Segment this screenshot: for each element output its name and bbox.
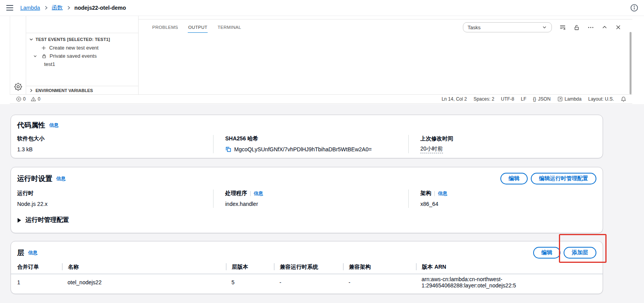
edit-runtime-button[interactable]: 编辑 — [500, 173, 528, 184]
status-bar-left: 0 0 — [16, 96, 40, 102]
environment-variables-section-header[interactable]: ENVIRONMENT VARIABLES — [26, 86, 138, 94]
runtime-label: 运行时 — [17, 190, 213, 197]
last-modified-label: 上次修改时间 — [420, 135, 603, 143]
test-event-item-test1[interactable]: test1 — [26, 60, 138, 68]
editor-bottom-panel: PROBLEMS OUTPUT TERMINAL Tasks — [139, 16, 632, 94]
notifications-bell-icon[interactable] — [621, 96, 626, 102]
close-panel-icon[interactable] — [615, 24, 621, 30]
test-events-header-label: TEST EVENTS [SELECTED: TEST1] — [36, 37, 110, 42]
info-link[interactable]: 信息 — [28, 250, 37, 256]
scrollbar[interactable] — [630, 32, 632, 94]
tab-terminal[interactable]: TERMINAL — [217, 20, 241, 35]
private-saved-events-label: Private saved events — [50, 53, 97, 59]
tasks-dropdown-value: Tasks — [468, 25, 480, 30]
sidebar-empty-section — [26, 16, 138, 33]
clear-output-icon[interactable] — [559, 24, 566, 31]
layer-merge-order: 1 — [17, 279, 62, 285]
info-icon[interactable] — [630, 4, 639, 12]
tab-problems[interactable]: PROBLEMS — [152, 20, 178, 35]
architecture-label: 架构 — [420, 190, 431, 197]
error-count: 0 — [23, 96, 26, 102]
handler-field: 处理程序 信息 index.handler — [213, 190, 408, 208]
lock-icon — [41, 53, 47, 59]
layer-version: 5 — [226, 279, 274, 285]
layers-header: 层 信息 编辑 添加层 — [11, 247, 603, 259]
triangle-right-icon — [18, 218, 21, 223]
architecture-value: x86_64 — [420, 200, 603, 208]
code-properties-header: 代码属性 信息 — [11, 120, 603, 130]
cursor-position[interactable]: Ln 14, Col 2 — [441, 96, 467, 102]
indentation-setting[interactable]: Spaces: 2 — [473, 96, 494, 102]
lambda-console-page: Lambda 函数 nodejs22-otel-demo — [0, 0, 644, 303]
encoding-setting[interactable]: UTF-8 — [501, 96, 514, 102]
info-link[interactable]: 信息 — [49, 122, 59, 129]
breadcrumb-current-function: nodejs22-otel-demo — [75, 5, 126, 11]
code-properties-title: 代码属性 — [17, 120, 45, 130]
eol-setting[interactable]: LF — [521, 96, 527, 102]
warnings-indicator[interactable]: 0 — [30, 96, 41, 102]
package-size-value: 1.3 kB — [17, 145, 213, 153]
chevron-right-icon — [44, 5, 48, 10]
edit-layers-button[interactable]: 编辑 — [533, 247, 560, 259]
layer-name: otel_nodejs22 — [62, 279, 226, 285]
top-navigation-bar: Lambda 函数 nodejs22-otel-demo — [0, 0, 644, 16]
info-link[interactable]: 信息 — [56, 175, 66, 182]
chevron-down-icon — [32, 53, 38, 59]
copy-icon[interactable] — [225, 146, 231, 152]
test-events-section-header[interactable]: TEST EVENTS [SELECTED: TEST1] — [26, 35, 138, 44]
breadcrumb-lambda[interactable]: Lambda — [20, 5, 40, 11]
private-saved-events[interactable]: Private saved events — [26, 52, 138, 60]
status-bar-right: Ln 14, Col 2 Spaces: 2 UTF-8 LF {} JSON … — [441, 96, 626, 102]
code-properties-fields: 软件包大小 1.3 kB SHA256 哈希 MgcoQLySUnfGNfX/7… — [11, 135, 603, 153]
unlock-icon[interactable] — [573, 24, 580, 31]
create-new-test-event[interactable]: Create new test event — [26, 44, 138, 52]
chevron-down-icon — [542, 25, 547, 30]
layers-title: 层 — [17, 248, 24, 257]
package-size-field: 软件包大小 1.3 kB — [11, 135, 213, 153]
last-modified-field: 上次修改时间 20小时前 — [408, 135, 603, 153]
chevron-right-icon — [28, 87, 34, 94]
errors-indicator[interactable]: 0 — [16, 96, 26, 102]
tab-output[interactable]: OUTPUT — [188, 20, 207, 35]
layers-card: 层 信息 编辑 添加层 合并订单 名称 层版本 兼容运行时系统 兼容架构 版本 … — [11, 241, 603, 294]
lambda-icon — [557, 96, 563, 102]
settings-gear-icon[interactable] — [14, 82, 23, 91]
architecture-field: 架构 信息 x86_64 — [408, 190, 603, 208]
chevron-right-icon — [67, 5, 71, 10]
test-event-name: test1 — [44, 61, 55, 67]
last-modified-value: 20小时前 — [420, 145, 443, 153]
runtime-settings-title: 运行时设置 — [17, 174, 52, 183]
runtime-settings-fields: 运行时 Node.js 22.x 处理程序 信息 index.handler 架… — [11, 190, 603, 208]
panel-actions: Tasks — [463, 22, 632, 32]
activity-bar — [10, 16, 26, 94]
layers-table-header: 合并订单 名称 层版本 兼容运行时系统 兼容架构 版本 ARN — [11, 263, 603, 270]
info-link[interactable]: 信息 — [254, 190, 263, 197]
label-divider — [434, 191, 435, 196]
keyboard-layout[interactable]: Layout: U.S. — [588, 96, 614, 102]
lambda-status-label: Lambda — [565, 96, 582, 102]
language-mode[interactable]: {} JSON — [533, 96, 551, 102]
column-compatible-architectures: 兼容架构 — [343, 263, 416, 270]
layer-compatible-architectures: - — [343, 279, 416, 285]
breadcrumb: Lambda 函数 nodejs22-otel-demo — [20, 4, 126, 11]
braces-icon: {} — [533, 96, 536, 102]
menu-icon[interactable] — [6, 5, 13, 11]
add-layer-button[interactable]: 添加层 — [564, 247, 596, 259]
column-compatible-runtimes: 兼容运行时系统 — [274, 263, 343, 270]
handler-label: 处理程序 — [225, 190, 247, 197]
layer-compatible-runtimes: - — [274, 279, 343, 285]
tasks-dropdown[interactable]: Tasks — [463, 22, 552, 32]
layer-version-arn: arn:aws-cn:lambda:cn-northwest-1:2946540… — [416, 276, 596, 289]
more-actions-icon[interactable] — [587, 24, 594, 31]
create-new-test-event-label: Create new test event — [49, 45, 98, 51]
editor-sidebar: TEST EVENTS [SELECTED: TEST1] Create new… — [26, 16, 139, 94]
edit-runtime-management-button[interactable]: 编辑运行时管理配置 — [531, 173, 596, 184]
runtime-settings-card: 运行时设置 信息 编辑 编辑运行时管理配置 运行时 Node.js 22.x 处… — [11, 167, 603, 233]
breadcrumb-functions[interactable]: 函数 — [52, 4, 63, 11]
lambda-extension-status[interactable]: Lambda — [557, 96, 582, 102]
column-name: 名称 — [62, 263, 226, 270]
maximize-panel-icon[interactable] — [601, 24, 608, 30]
info-link[interactable]: 信息 — [438, 190, 447, 197]
sha256-field: SHA256 哈希 MgcoQLySUnfGNfX/7vhPDlHJ9hTbih… — [213, 135, 408, 153]
runtime-management-toggle[interactable]: 运行时管理配置 — [11, 216, 603, 224]
